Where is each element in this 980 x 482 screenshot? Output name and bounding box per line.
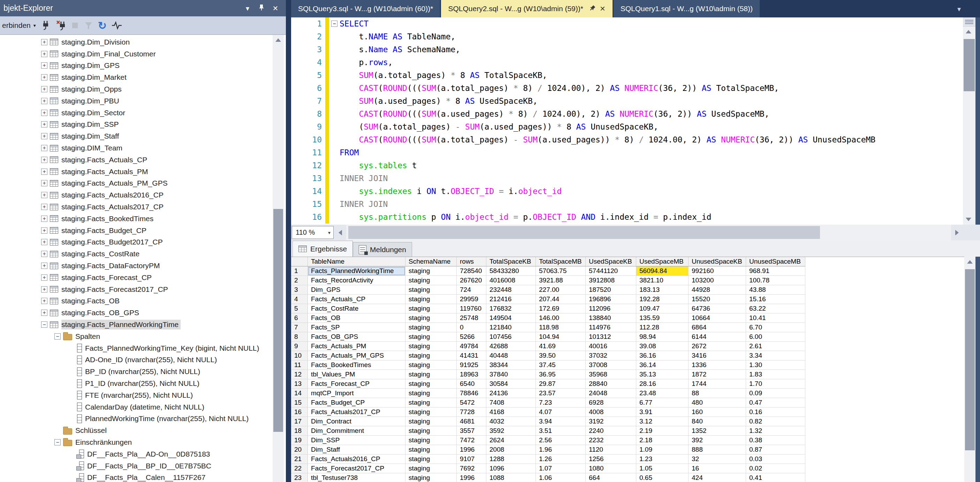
grid-cell[interactable]: Facts_Actuals2016_CP — [308, 455, 406, 464]
tree-item[interactable]: +staging.Dim_SSP — [0, 119, 270, 131]
row-number-cell[interactable]: 17 — [291, 417, 308, 426]
grid-cell[interactable]: 0.87 — [746, 445, 805, 455]
expand-icon[interactable]: + — [41, 263, 48, 269]
grid-cell[interactable]: 207.44 — [536, 295, 586, 304]
grid-cell[interactable]: Facts_PlannedWorkingTime — [308, 266, 406, 276]
disconnect-icon[interactable] — [56, 20, 66, 31]
grid-column-header[interactable]: rows — [457, 257, 486, 266]
code-line[interactable]: 2 t.NAME AS TableName, — [296, 30, 963, 43]
grid-cell[interactable]: 4032 — [486, 417, 536, 426]
grid-cell[interactable]: 0.82 — [746, 417, 805, 426]
code-line[interactable]: 14 sys.indexes i ON t.OBJECT_ID = i.obje… — [296, 185, 963, 198]
row-number-cell[interactable]: 23 — [291, 473, 308, 482]
grid-cell[interactable]: 107456 — [486, 332, 536, 342]
grid-column-header[interactable]: UnusedSpaceMB — [746, 257, 805, 266]
row-number-cell[interactable]: 5 — [291, 304, 308, 314]
grid-cell[interactable]: 98.94 — [636, 332, 689, 342]
code-line[interactable]: 7 SUM(a.used_pages) * 8 AS UsedSpaceKB, — [296, 95, 963, 108]
grid-cell[interactable]: Dim_Staff — [308, 445, 406, 455]
code-line[interactable]: 1−SELECT — [296, 17, 963, 30]
grid-cell[interactable]: 424 — [689, 473, 746, 482]
row-number-cell[interactable]: 6 — [291, 314, 308, 323]
grid-cell[interactable]: 1.06 — [536, 473, 586, 482]
grid-cell[interactable]: 2.19 — [636, 426, 689, 436]
grid-cell[interactable]: Facts_BookedTimes — [308, 360, 406, 370]
scroll-up-icon[interactable] — [964, 257, 975, 267]
grid-cell[interactable]: 64736 — [689, 304, 746, 314]
grid-cell[interactable]: 4168 — [486, 407, 536, 417]
grid-cell[interactable]: Facts_Budget_CP — [308, 398, 406, 407]
grid-cell[interactable]: 728540 — [457, 266, 486, 276]
grid-cell[interactable]: 3.91 — [636, 407, 689, 417]
grid-cell[interactable]: 37840 — [486, 370, 536, 379]
editor-horizontal-scrollbar[interactable] — [346, 225, 951, 240]
grid-cell[interactable]: mqtCP_Import — [308, 388, 406, 398]
grid-cell[interactable]: 968.91 — [746, 266, 805, 276]
grid-cell[interactable]: 100.78 — [746, 276, 805, 285]
expand-icon[interactable]: + — [41, 216, 48, 222]
grid-cell[interactable]: 992160 — [689, 266, 746, 276]
code-line[interactable]: 15INNER JOIN — [296, 198, 963, 211]
grid-cell[interactable]: 0.65 — [636, 473, 689, 482]
grid-cell[interactable]: Facts_SP — [308, 323, 406, 332]
expand-icon[interactable]: + — [41, 39, 48, 45]
code-line[interactable]: 3 s.Name AS SchemaName, — [296, 43, 963, 56]
grid-cell[interactable]: staging — [406, 455, 457, 464]
editor-vertical-scrollbar[interactable] — [963, 17, 975, 225]
grid-cell[interactable]: staging — [406, 379, 457, 388]
grid-cell[interactable]: staging — [406, 304, 457, 314]
filter-icon[interactable] — [84, 21, 93, 30]
expand-icon[interactable]: + — [41, 204, 48, 210]
grid-cell[interactable]: staging — [406, 445, 457, 455]
grid-cell[interactable]: 35968 — [586, 370, 636, 379]
expand-icon[interactable]: + — [41, 110, 48, 116]
row-number-cell[interactable]: 18 — [291, 426, 308, 436]
refresh-icon[interactable]: ↻ — [98, 19, 107, 32]
tree-item[interactable]: +staging.Dim_Division — [0, 36, 270, 48]
expand-icon[interactable]: + — [41, 121, 48, 127]
expand-icon[interactable]: + — [41, 168, 48, 175]
grid-cell[interactable]: 15520 — [689, 295, 746, 304]
grid-cell[interactable]: 7408 — [486, 398, 536, 407]
grid-cell[interactable]: 112096 — [586, 304, 636, 314]
grid-cell[interactable]: 1.23 — [636, 455, 689, 464]
grid-cell[interactable]: 3592 — [486, 426, 536, 436]
grid-cell[interactable]: 103200 — [689, 276, 746, 285]
stop-icon[interactable] — [71, 21, 79, 30]
tree-item[interactable]: +staging.Dim_Staff — [0, 130, 270, 142]
grid-cell[interactable]: 1.07 — [536, 464, 586, 473]
grid-cell[interactable]: 172.69 — [536, 304, 586, 314]
grid-cell[interactable]: 5266 — [457, 332, 486, 342]
scroll-left-icon[interactable] — [334, 225, 346, 240]
expand-icon[interactable]: + — [41, 239, 48, 245]
grid-cell[interactable]: 18963 — [457, 370, 486, 379]
grid-cell[interactable]: 6144 — [689, 332, 746, 342]
collapse-icon[interactable]: − — [41, 322, 48, 328]
row-number-cell[interactable]: 16 — [291, 407, 308, 417]
grid-cell[interactable]: 39.08 — [636, 342, 689, 351]
grid-cell[interactable]: 104.94 — [536, 332, 586, 342]
grid-scrollbar-thumb[interactable] — [965, 269, 975, 450]
grid-cell[interactable]: 30584 — [486, 379, 536, 388]
tree-item[interactable]: +staging.Dim_Final_Customer — [0, 48, 270, 60]
grid-cell[interactable]: Facts_CostRate — [308, 304, 406, 314]
grid-cell[interactable]: 58433280 — [486, 266, 536, 276]
tree-item[interactable]: +staging.Dim_Market — [0, 71, 270, 83]
grid-cell[interactable]: 2.56 — [536, 436, 586, 445]
tree-item[interactable]: +staging.Facts_Actuals_CP — [0, 154, 270, 166]
grid-cell[interactable]: Dim_GPS — [308, 285, 406, 295]
tree-item[interactable]: +staging.Facts_OB_GPS — [0, 307, 270, 319]
grid-cell[interactable]: 121840 — [486, 323, 536, 332]
tree-item[interactable]: +staging.Facts_Budget_CP — [0, 225, 270, 236]
activity-monitor-icon[interactable] — [111, 21, 122, 30]
tree-scrollbar[interactable] — [273, 35, 284, 482]
grid-cell[interactable]: Facts_Forecast2017_CP — [308, 464, 406, 473]
grid-cell[interactable]: 43.88 — [746, 285, 805, 295]
expand-icon[interactable]: + — [41, 62, 48, 68]
grid-cell[interactable]: 24048 — [586, 388, 636, 398]
grid-cell[interactable]: 35.13 — [636, 370, 689, 379]
grid-cell[interactable]: 480 — [689, 398, 746, 407]
grid-cell[interactable]: 0.41 — [746, 473, 805, 482]
grid-cell[interactable]: 10.41 — [746, 314, 805, 323]
grid-cell[interactable]: 4681 — [457, 417, 486, 426]
